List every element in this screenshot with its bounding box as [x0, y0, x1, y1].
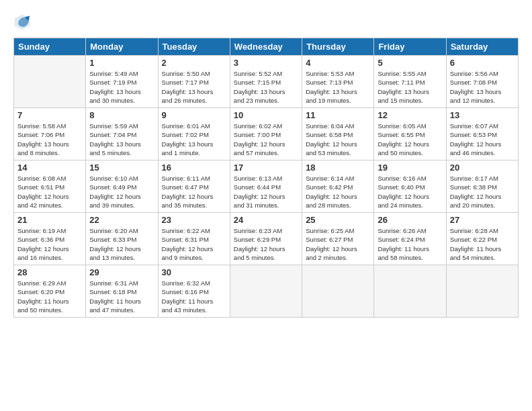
day-number: 17 — [234, 163, 298, 173]
calendar-cell: 22Sunrise: 6:20 AM Sunset: 6:33 PM Dayli… — [86, 213, 158, 265]
calendar-cell: 11Sunrise: 6:04 AM Sunset: 6:58 PM Dayli… — [302, 108, 374, 161]
page: SundayMondayTuesdayWednesdayThursdayFrid… — [0, 0, 532, 411]
day-info: Sunrise: 6:16 AM Sunset: 6:40 PM Dayligh… — [378, 174, 442, 210]
day-number: 18 — [306, 163, 370, 173]
weekday-header-tuesday: Tuesday — [158, 38, 230, 56]
calendar-cell: 12Sunrise: 6:05 AM Sunset: 6:55 PM Dayli… — [374, 108, 446, 161]
day-info: Sunrise: 6:01 AM Sunset: 7:02 PM Dayligh… — [162, 122, 226, 157]
calendar-cell: 1Sunrise: 5:49 AM Sunset: 7:19 PM Daylig… — [86, 56, 158, 108]
day-info: Sunrise: 6:28 AM Sunset: 6:22 PM Dayligh… — [450, 226, 515, 262]
calendar-cell — [230, 265, 302, 318]
day-info: Sunrise: 6:20 AM Sunset: 6:33 PM Dayligh… — [89, 226, 154, 262]
day-info: Sunrise: 6:14 AM Sunset: 6:42 PM Dayligh… — [306, 174, 370, 210]
calendar-cell: 4Sunrise: 5:53 AM Sunset: 7:13 PM Daylig… — [302, 56, 374, 108]
calendar-cell: 2Sunrise: 5:50 AM Sunset: 7:17 PM Daylig… — [158, 56, 230, 108]
day-info: Sunrise: 6:26 AM Sunset: 6:24 PM Dayligh… — [378, 226, 442, 262]
day-number: 8 — [89, 110, 154, 120]
logo — [13, 12, 35, 31]
day-number: 16 — [162, 163, 226, 173]
week-row-4: 21Sunrise: 6:19 AM Sunset: 6:36 PM Dayli… — [14, 213, 519, 265]
day-number: 27 — [450, 215, 515, 225]
day-info: Sunrise: 6:17 AM Sunset: 6:38 PM Dayligh… — [450, 174, 515, 210]
day-number: 13 — [450, 110, 515, 120]
day-info: Sunrise: 5:53 AM Sunset: 7:13 PM Dayligh… — [306, 69, 370, 105]
day-info: Sunrise: 5:58 AM Sunset: 7:06 PM Dayligh… — [17, 122, 82, 157]
calendar-cell: 24Sunrise: 6:23 AM Sunset: 6:29 PM Dayli… — [230, 213, 302, 265]
day-info: Sunrise: 6:11 AM Sunset: 6:47 PM Dayligh… — [162, 174, 226, 210]
day-number: 20 — [450, 163, 515, 173]
day-info: Sunrise: 6:22 AM Sunset: 6:31 PM Dayligh… — [162, 226, 226, 262]
calendar-cell: 17Sunrise: 6:13 AM Sunset: 6:44 PM Dayli… — [230, 161, 302, 213]
day-info: Sunrise: 6:08 AM Sunset: 6:51 PM Dayligh… — [17, 174, 82, 210]
day-info: Sunrise: 5:59 AM Sunset: 7:04 PM Dayligh… — [89, 122, 154, 157]
day-info: Sunrise: 5:56 AM Sunset: 7:08 PM Dayligh… — [450, 69, 515, 105]
day-info: Sunrise: 5:50 AM Sunset: 7:17 PM Dayligh… — [162, 69, 226, 105]
weekday-header-friday: Friday — [374, 38, 446, 56]
day-number: 22 — [89, 215, 154, 225]
day-number: 3 — [234, 58, 298, 68]
calendar-cell: 20Sunrise: 6:17 AM Sunset: 6:38 PM Dayli… — [446, 161, 518, 213]
day-info: Sunrise: 6:32 AM Sunset: 6:16 PM Dayligh… — [162, 279, 226, 314]
weekday-header-monday: Monday — [86, 38, 158, 56]
calendar-cell: 16Sunrise: 6:11 AM Sunset: 6:47 PM Dayli… — [158, 161, 230, 213]
weekday-header-thursday: Thursday — [302, 38, 374, 56]
day-number: 7 — [17, 110, 82, 120]
day-info: Sunrise: 6:23 AM Sunset: 6:29 PM Dayligh… — [234, 226, 298, 262]
day-info: Sunrise: 6:07 AM Sunset: 6:53 PM Dayligh… — [450, 122, 515, 157]
day-number: 4 — [306, 58, 370, 68]
calendar-cell: 6Sunrise: 5:56 AM Sunset: 7:08 PM Daylig… — [446, 56, 518, 108]
day-number: 1 — [89, 58, 154, 68]
day-number: 10 — [234, 110, 298, 120]
calendar-cell: 18Sunrise: 6:14 AM Sunset: 6:42 PM Dayli… — [302, 161, 374, 213]
calendar-cell: 15Sunrise: 6:10 AM Sunset: 6:49 PM Dayli… — [86, 161, 158, 213]
day-info: Sunrise: 5:55 AM Sunset: 7:11 PM Dayligh… — [378, 69, 442, 105]
weekday-header-saturday: Saturday — [446, 38, 518, 56]
calendar-cell: 21Sunrise: 6:19 AM Sunset: 6:36 PM Dayli… — [14, 213, 86, 265]
weekday-header-row: SundayMondayTuesdayWednesdayThursdayFrid… — [14, 38, 519, 56]
calendar-cell: 10Sunrise: 6:02 AM Sunset: 7:00 PM Dayli… — [230, 108, 302, 161]
day-info: Sunrise: 6:31 AM Sunset: 6:18 PM Dayligh… — [89, 279, 154, 314]
weekday-header-wednesday: Wednesday — [230, 38, 302, 56]
day-number: 29 — [89, 267, 154, 277]
calendar-cell: 23Sunrise: 6:22 AM Sunset: 6:31 PM Dayli… — [158, 213, 230, 265]
header — [13, 12, 519, 31]
day-number: 5 — [378, 58, 442, 68]
calendar-cell — [302, 265, 374, 318]
day-number: 19 — [378, 163, 442, 173]
day-number: 2 — [162, 58, 226, 68]
calendar-cell: 27Sunrise: 6:28 AM Sunset: 6:22 PM Dayli… — [446, 213, 518, 265]
day-info: Sunrise: 5:49 AM Sunset: 7:19 PM Dayligh… — [89, 69, 154, 105]
week-row-2: 7Sunrise: 5:58 AM Sunset: 7:06 PM Daylig… — [14, 108, 519, 161]
day-info: Sunrise: 6:04 AM Sunset: 6:58 PM Dayligh… — [306, 122, 370, 157]
day-number: 9 — [162, 110, 226, 120]
day-number: 24 — [234, 215, 298, 225]
calendar-cell: 28Sunrise: 6:29 AM Sunset: 6:20 PM Dayli… — [14, 265, 86, 318]
calendar-cell: 30Sunrise: 6:32 AM Sunset: 6:16 PM Dayli… — [158, 265, 230, 318]
calendar-cell — [14, 56, 86, 108]
calendar-cell: 26Sunrise: 6:26 AM Sunset: 6:24 PM Dayli… — [374, 213, 446, 265]
week-row-1: 1Sunrise: 5:49 AM Sunset: 7:19 PM Daylig… — [14, 56, 519, 108]
calendar-cell: 3Sunrise: 5:52 AM Sunset: 7:15 PM Daylig… — [230, 56, 302, 108]
calendar-cell — [446, 265, 518, 318]
day-number: 15 — [89, 163, 154, 173]
day-info: Sunrise: 5:52 AM Sunset: 7:15 PM Dayligh… — [234, 69, 298, 105]
calendar-cell: 19Sunrise: 6:16 AM Sunset: 6:40 PM Dayli… — [374, 161, 446, 213]
day-number: 14 — [17, 163, 82, 173]
week-row-5: 28Sunrise: 6:29 AM Sunset: 6:20 PM Dayli… — [14, 265, 519, 318]
day-number: 30 — [162, 267, 226, 277]
calendar-cell: 13Sunrise: 6:07 AM Sunset: 6:53 PM Dayli… — [446, 108, 518, 161]
calendar-cell: 7Sunrise: 5:58 AM Sunset: 7:06 PM Daylig… — [14, 108, 86, 161]
day-number: 21 — [17, 215, 82, 225]
day-info: Sunrise: 6:19 AM Sunset: 6:36 PM Dayligh… — [17, 226, 82, 262]
day-number: 28 — [17, 267, 82, 277]
day-number: 26 — [378, 215, 442, 225]
calendar-cell: 25Sunrise: 6:25 AM Sunset: 6:27 PM Dayli… — [302, 213, 374, 265]
calendar-table: SundayMondayTuesdayWednesdayThursdayFrid… — [13, 38, 519, 318]
calendar-cell: 5Sunrise: 5:55 AM Sunset: 7:11 PM Daylig… — [374, 56, 446, 108]
calendar-cell — [374, 265, 446, 318]
day-info: Sunrise: 6:02 AM Sunset: 7:00 PM Dayligh… — [234, 122, 298, 157]
day-number: 25 — [306, 215, 370, 225]
calendar-cell: 14Sunrise: 6:08 AM Sunset: 6:51 PM Dayli… — [14, 161, 86, 213]
day-number: 23 — [162, 215, 226, 225]
weekday-header-sunday: Sunday — [14, 38, 86, 56]
